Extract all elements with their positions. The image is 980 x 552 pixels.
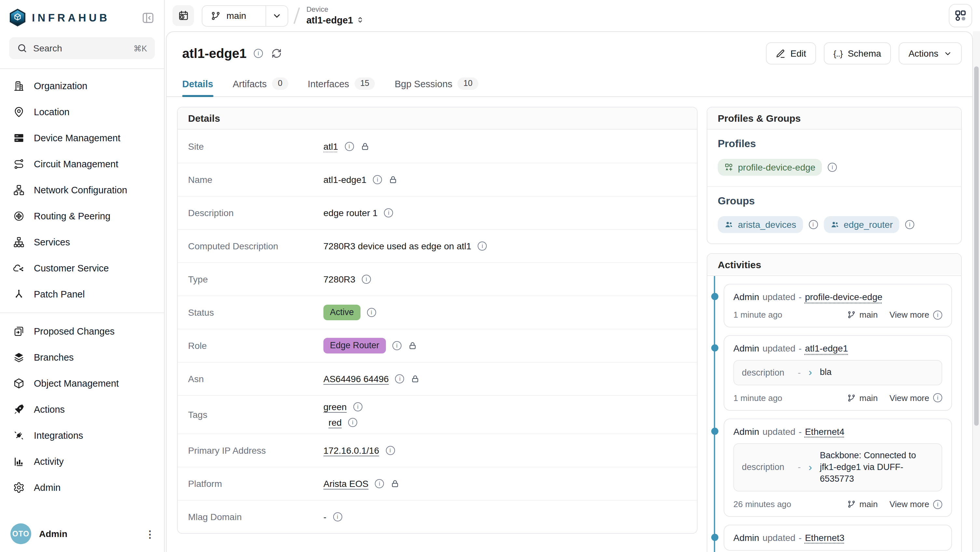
sidebar-item-branches[interactable]: Branches	[0, 345, 164, 370]
sidebar-item-location[interactable]: Location	[0, 99, 164, 125]
activity-branch-name: main	[859, 393, 878, 403]
field-label: Primary IP Address	[188, 445, 323, 456]
sidebar-item-organization[interactable]: Organization	[0, 73, 164, 99]
search-input[interactable]: Search ⌘K	[9, 37, 155, 59]
sidebar-item-customer-service[interactable]: Customer Service	[0, 255, 164, 281]
tab-count-badge: 10	[457, 78, 478, 90]
info-icon[interactable]	[362, 275, 371, 284]
activity-object-link[interactable]: atl1-edge1	[805, 343, 848, 354]
sidebar-item-object-management[interactable]: Object Management	[0, 370, 164, 396]
info-icon[interactable]	[905, 220, 914, 230]
time-travel-calendar-icon[interactable]	[172, 5, 194, 26]
detail-row-site: Site atl1	[178, 129, 697, 163]
hierarchy-icon	[13, 236, 25, 248]
platform-link[interactable]: Arista EOS	[323, 479, 369, 489]
asn-link[interactable]: AS64496 64496	[323, 373, 389, 384]
sidebar-item-label: Integrations	[34, 430, 83, 441]
group-chip-label: edge_router	[844, 219, 893, 230]
user-menu-kebab-icon[interactable]: ⋮	[145, 529, 155, 539]
detail-row-tags: Tags green red	[178, 395, 697, 434]
network-icon	[13, 184, 25, 196]
info-icon	[933, 500, 942, 509]
search-placeholder: Search	[33, 43, 62, 53]
info-icon[interactable]	[367, 308, 376, 317]
info-icon[interactable]	[348, 418, 357, 427]
sidebar-collapse-icon[interactable]	[141, 11, 155, 24]
refresh-icon[interactable]	[271, 48, 282, 59]
schema-button[interactable]: {..} Schema	[824, 42, 891, 64]
sidebar-item-routing-peering[interactable]: Routing & Peering	[0, 203, 164, 229]
sidebar-item-actions[interactable]: Actions	[0, 396, 164, 423]
sidebar-item-network-configuration[interactable]: Network Configuration	[0, 177, 164, 203]
info-icon[interactable]	[385, 446, 395, 455]
primary-ip-link[interactable]: 172.16.0.1/16	[323, 445, 379, 456]
lock-icon	[411, 374, 420, 383]
sidebar-item-admin[interactable]: Admin	[0, 475, 164, 501]
gear-icon	[13, 482, 25, 493]
activity-branch-name: main	[859, 499, 878, 509]
info-icon[interactable]	[392, 341, 401, 350]
scrollbar-thumb[interactable]	[974, 66, 979, 426]
tab-details[interactable]: Details	[182, 71, 213, 96]
actions-dropdown-button[interactable]: Actions	[899, 42, 962, 64]
field-label: Type	[188, 274, 323, 284]
detail-row-type: Type 7280R3	[178, 262, 697, 295]
sidebar-item-patch-panel[interactable]: Patch Panel	[0, 281, 164, 307]
edit-button[interactable]: Edit	[765, 42, 816, 64]
chevron-down-icon[interactable]	[266, 6, 288, 26]
title-info-icon[interactable]	[254, 49, 263, 58]
breadcrumb-object-selector[interactable]: atl1-edge1	[307, 14, 364, 26]
activities-header: Activities	[707, 254, 961, 276]
group-chip-edge-router[interactable]: edge_router	[824, 216, 899, 233]
sidebar-item-device-management[interactable]: Device Management	[0, 125, 164, 151]
sidebar: INFRAHUB Search ⌘K	[0, 0, 165, 552]
schema-button-label: Schema	[848, 48, 881, 59]
view-more-link[interactable]: View more	[889, 310, 942, 320]
sidebar-item-integrations[interactable]: Integrations	[0, 423, 164, 448]
profile-chip[interactable]: profile-device-edge	[718, 159, 822, 176]
info-icon[interactable]	[345, 142, 354, 151]
info-icon[interactable]	[384, 208, 393, 217]
activity-action: updated	[762, 343, 795, 354]
tab-interfaces[interactable]: Interfaces 15	[308, 71, 375, 96]
page-actions: Edit {..} Schema Actions	[765, 42, 962, 64]
branch-selector[interactable]: main	[202, 5, 289, 26]
view-more-link[interactable]: View more	[889, 393, 942, 403]
info-icon[interactable]	[478, 241, 487, 250]
detail-row-role: Role Edge Router	[178, 329, 697, 362]
brand-wordmark: INFRAHUB	[32, 11, 110, 24]
schema-visualizer-icon[interactable]	[949, 4, 972, 27]
breadcrumb-separator	[294, 8, 300, 24]
group-chip-arista-devices[interactable]: arista_devices	[718, 216, 803, 233]
activity-object-link[interactable]: profile-device-edge	[805, 292, 882, 302]
activity-object-link[interactable]: Ethernet4	[805, 426, 844, 436]
info-icon[interactable]	[808, 220, 818, 230]
tab-bgp-sessions[interactable]: Bgp Sessions 10	[395, 71, 478, 96]
nav-primary: Organization Location	[0, 73, 164, 307]
sidebar-item-services[interactable]: Services	[0, 229, 164, 255]
activity-object-link[interactable]: Ethernet3	[805, 533, 844, 543]
info-icon[interactable]	[373, 175, 382, 184]
sidebar-item-circuit-management[interactable]: Circuit Management	[0, 151, 164, 177]
info-icon[interactable]	[353, 402, 363, 412]
activity-item: Admin updated - atl1-edge1 description -…	[724, 335, 952, 410]
activity-branch: main	[847, 393, 878, 403]
info-icon[interactable]	[828, 163, 837, 172]
sidebar-item-activity[interactable]: Activity	[0, 448, 164, 475]
sidebar-item-proposed-changes[interactable]: Proposed Changes	[0, 318, 164, 345]
field-label: Role	[188, 340, 323, 351]
tag-link-red[interactable]: red	[329, 417, 342, 428]
info-icon[interactable]	[333, 512, 342, 522]
sidebar-item-label: Activity	[34, 456, 64, 467]
tab-artifacts[interactable]: Artifacts 0	[233, 71, 288, 96]
scrollbar-track	[973, 31, 980, 552]
field-value: atl1-edge1	[323, 174, 366, 185]
activity-action: updated	[762, 426, 795, 436]
tag-link-green[interactable]: green	[323, 402, 347, 412]
brand-row: INFRAHUB	[0, 0, 164, 30]
info-icon[interactable]	[375, 479, 384, 488]
site-link[interactable]: atl1	[323, 141, 338, 152]
info-icon[interactable]	[395, 374, 404, 383]
activity-actor: Admin	[733, 343, 759, 354]
view-more-link[interactable]: View more	[889, 499, 942, 509]
